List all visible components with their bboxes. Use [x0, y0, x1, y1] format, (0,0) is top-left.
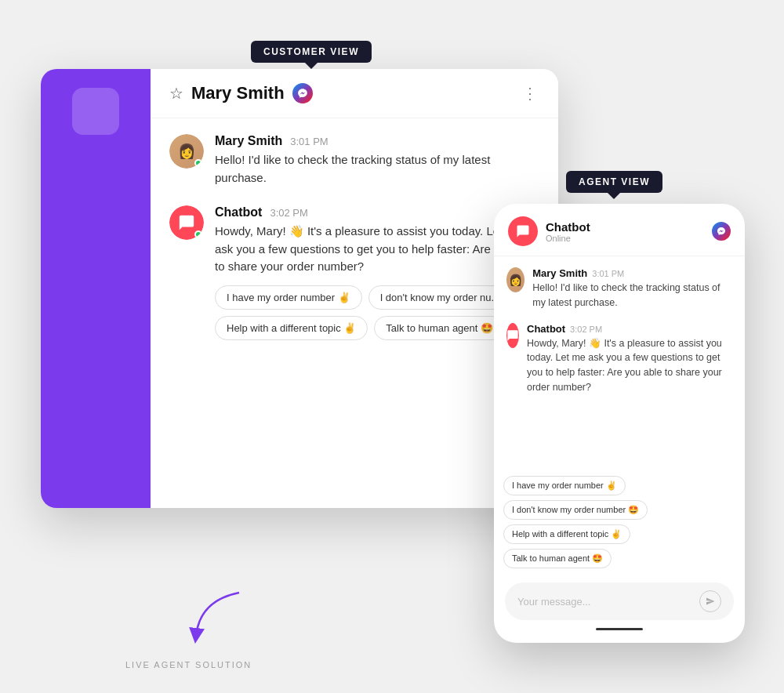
agent-panel: Chatbot Online 👩 Mary Smith 3:01 PM Hell…: [494, 204, 745, 643]
quick-reply-order-number[interactable]: I have my order number ✌️: [215, 285, 362, 310]
agent-msg-sender: Mary Smith: [532, 267, 587, 279]
agent-qr-no-order[interactable]: I don't know my order number 🤩: [503, 500, 648, 520]
message-sender: Mary Smith: [215, 134, 282, 148]
customer-chat-header: ☆ Mary Smith ⋮: [151, 69, 558, 118]
watermark: LIVE AGENT SOLUTION: [125, 660, 252, 669]
send-icon[interactable]: [699, 590, 721, 612]
arrow-annotation: [184, 585, 247, 648]
agent-message-row: 👩 Mary Smith 3:01 PM Hello! I'd like to …: [506, 267, 732, 310]
agent-qr-different-topic[interactable]: Help with a different topic ✌️: [503, 524, 630, 544]
sidebar-icon: [72, 88, 119, 135]
home-indicator: [596, 628, 643, 630]
chat-header-left: ☆ Mary Smith: [169, 83, 313, 103]
agent-status: Online: [546, 234, 590, 243]
agent-name: Chatbot: [546, 220, 590, 234]
agent-mary-avatar: 👩: [506, 267, 524, 292]
agent-msg-text: Hello! I'd like to check the tracking st…: [532, 281, 732, 310]
message-text: Hello! I'd like to check the tracking st…: [215, 151, 539, 187]
quick-replies: I have my order number ✌️ I don't know m…: [215, 285, 539, 340]
avatar: 👩: [169, 134, 204, 169]
agent-msg-content: Mary Smith 3:01 PM Hello! I'd like to ch…: [532, 267, 732, 310]
online-dot: [194, 230, 202, 238]
message-sender: Chatbot: [215, 205, 262, 220]
message-meta: Mary Smith 3:01 PM: [215, 134, 539, 148]
agent-quick-replies: I have my order number ✌️ I don't know m…: [494, 470, 745, 575]
agent-qr-order-number[interactable]: I have my order number ✌️: [503, 476, 626, 495]
message-row: Chatbot 3:02 PM Howdy, Mary! 👋 It's a pl…: [169, 205, 539, 340]
message-time: 3:02 PM: [270, 207, 307, 219]
quick-reply-no-order[interactable]: I don't know my order nu...: [368, 285, 512, 310]
quick-reply-human-agent[interactable]: Talk to human agent 🤩: [374, 316, 505, 340]
agent-msg-meta: Chatbot 3:02 PM: [527, 323, 732, 335]
customer-sidebar: [41, 69, 151, 508]
customer-panel: ☆ Mary Smith ⋮ 👩 Mary Sm: [41, 69, 558, 508]
agent-msg-meta: Mary Smith 3:01 PM: [532, 267, 732, 279]
agent-msg-content: Chatbot 3:02 PM Howdy, Mary! 👋 It's a pl…: [527, 323, 732, 395]
message-content: Chatbot 3:02 PM Howdy, Mary! 👋 It's a pl…: [215, 205, 539, 340]
customer-view-label: CUSTOMER VIEW: [251, 41, 372, 63]
message-meta: Chatbot 3:02 PM: [215, 205, 539, 220]
agent-name-block: Chatbot Online: [546, 220, 590, 243]
agent-msg-sender: Chatbot: [527, 323, 565, 335]
agent-qr-human-agent[interactable]: Talk to human agent 🤩: [503, 549, 612, 568]
star-icon: ☆: [169, 84, 183, 103]
avatar: [169, 205, 204, 240]
agent-header: Chatbot Online: [494, 204, 745, 256]
agent-view-label: AGENT VIEW: [566, 171, 662, 193]
agent-input-box[interactable]: Your message...: [505, 582, 734, 620]
chatbot-agent-avatar: [508, 216, 538, 246]
agent-input-area: Your message...: [494, 575, 745, 643]
agent-messages-area: 👩 Mary Smith 3:01 PM Hello! I'd like to …: [494, 256, 745, 470]
quick-reply-different-topic[interactable]: Help with a different topic ✌️: [215, 316, 368, 340]
agent-message-row: Chatbot 3:02 PM Howdy, Mary! 👋 It's a pl…: [506, 323, 732, 395]
more-options-icon[interactable]: ⋮: [522, 84, 539, 103]
message-row: 👩 Mary Smith 3:01 PM Hello! I'd like to …: [169, 134, 539, 187]
message-time: 3:01 PM: [290, 136, 328, 147]
agent-messenger-icon: [712, 222, 731, 241]
online-dot: [194, 159, 202, 167]
messenger-icon: [292, 83, 313, 103]
agent-header-left: Chatbot Online: [508, 216, 590, 246]
message-text: Howdy, Mary! 👋 It's a pleasure to assist…: [215, 223, 539, 276]
message-content: Mary Smith 3:01 PM Hello! I'd like to ch…: [215, 134, 539, 187]
agent-input-placeholder: Your message...: [517, 596, 590, 608]
agent-msg-time: 3:01 PM: [592, 269, 624, 278]
agent-msg-text: Howdy, Mary! 👋 It's a pleasure to assist…: [527, 336, 732, 395]
customer-name-header: Mary Smith: [191, 83, 285, 103]
agent-msg-time: 3:02 PM: [570, 325, 602, 334]
agent-bot-avatar: [506, 323, 519, 348]
